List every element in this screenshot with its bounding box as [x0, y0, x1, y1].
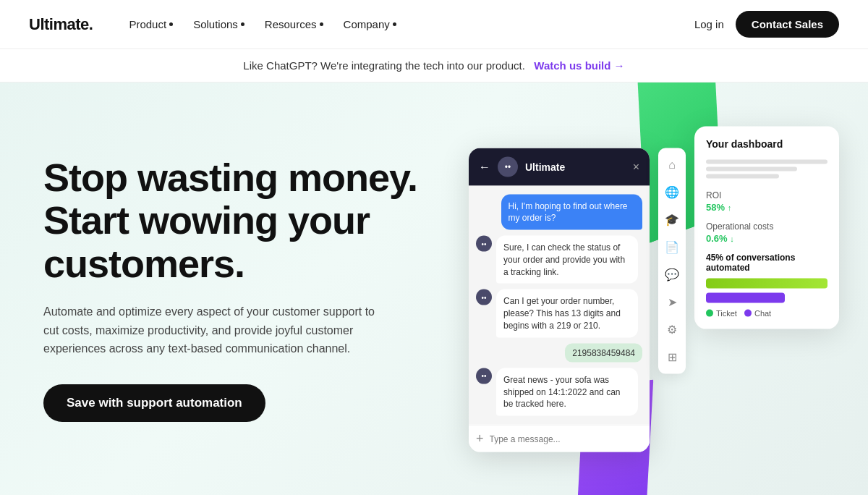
- chat-widget: ← •• Ultimate × Hi, I'm hoping to find o…: [469, 148, 650, 452]
- hero-illustration: ← •• Ultimate × Hi, I'm hoping to find o…: [469, 126, 839, 452]
- conversations-label: 45% of conversations automated: [706, 252, 827, 272]
- dashboard-placeholder-lines: [706, 159, 827, 178]
- home-icon[interactable]: ⌂: [664, 156, 680, 172]
- send-icon[interactable]: ➤: [664, 294, 680, 310]
- graduation-icon[interactable]: 🎓: [664, 211, 680, 227]
- legend-chat: Chat: [744, 308, 771, 317]
- document-icon[interactable]: 📄: [664, 239, 680, 255]
- hero-section: Stop wasting money. Start wowing your cu…: [0, 82, 868, 495]
- chat-icon[interactable]: 💬: [664, 266, 680, 282]
- nav-item-solutions[interactable]: Solutions: [186, 14, 252, 35]
- login-button[interactable]: Log in: [694, 18, 724, 30]
- costs-value: 0.6% ↓: [706, 232, 827, 243]
- nav-links: Product Solutions Resources Company: [122, 14, 665, 35]
- product-dot-icon: [169, 22, 173, 26]
- chat-message-bot-2: Can I get your order number, please? Thi…: [496, 289, 638, 337]
- chat-messages: Hi, I'm hoping to find out where my orde…: [469, 185, 650, 425]
- banner-text: Like ChatGPT? We're integrating the tech…: [243, 59, 524, 72]
- chat-header: ← •• Ultimate ×: [469, 148, 650, 185]
- dashboard-panel: Your dashboard ROI 58% ↑ Operational cos…: [694, 126, 839, 329]
- resources-dot-icon: [320, 22, 323, 26]
- chat-message-bot-3: Great news - your sofa was shipped on 14…: [496, 368, 638, 415]
- contact-sales-button[interactable]: Contact Sales: [736, 11, 839, 38]
- sidebar-icon-panel: ⌂ 🌐 🎓 📄 💬 ➤ ⚙ ⊞: [658, 148, 686, 373]
- chat-message-bot-1-row: •• Sure, I can check the status of your …: [476, 236, 642, 284]
- ticket-legend-label: Ticket: [716, 308, 737, 317]
- ticket-dot-icon: [706, 309, 713, 316]
- nav-item-product[interactable]: Product: [122, 14, 180, 35]
- chart-bars: [706, 278, 827, 302]
- dash-line-2: [706, 166, 797, 171]
- legend-ticket: Ticket: [706, 308, 737, 317]
- hero-content: Stop wasting money. Start wowing your cu…: [43, 156, 434, 422]
- settings-icon[interactable]: ⚙: [664, 321, 680, 337]
- chat-add-icon[interactable]: +: [476, 431, 484, 447]
- grid-icon[interactable]: ⊞: [664, 349, 680, 365]
- dash-line-1: [706, 159, 827, 164]
- dashboard-title: Your dashboard: [706, 138, 827, 149]
- navigation: Ultimate. Product Solutions Resources Co…: [0, 0, 868, 49]
- bot-avatar-2: ••: [476, 289, 492, 305]
- chart-bar-purple: [706, 292, 785, 302]
- roi-value: 58% ↑: [706, 201, 827, 212]
- announcement-banner: Like ChatGPT? We're integrating the tech…: [0, 49, 868, 82]
- chat-message-bot-1: Sure, I can check the status of your ord…: [496, 236, 638, 284]
- chat-close-icon[interactable]: ×: [633, 160, 639, 173]
- bot-avatar-1: ••: [476, 236, 492, 252]
- dash-line-3: [706, 174, 779, 178]
- company-dot-icon: [393, 22, 396, 26]
- nav-item-company[interactable]: Company: [336, 14, 404, 35]
- chat-message-user-1: Hi, I'm hoping to find out where my orde…: [501, 194, 643, 230]
- globe-icon[interactable]: 🌐: [664, 184, 680, 200]
- chat-brand-name: Ultimate: [525, 161, 626, 172]
- hero-headline: Stop wasting money. Start wowing your cu…: [43, 156, 434, 285]
- hero-cta-button[interactable]: Save with support automation: [43, 384, 265, 422]
- roi-label: ROI: [706, 190, 827, 200]
- logo: Ultimate.: [29, 15, 93, 34]
- roi-metric: ROI 58% ↑: [706, 190, 827, 212]
- costs-metric: Operational costs 0.6% ↓: [706, 221, 827, 243]
- chat-input[interactable]: [490, 433, 642, 444]
- bot-avatar-3: ••: [476, 368, 492, 384]
- chat-dot-icon: [744, 309, 752, 316]
- chat-message-bot-2-row: •• Can I get your order number, please? …: [476, 289, 642, 337]
- costs-label: Operational costs: [706, 221, 827, 231]
- solutions-dot-icon: [241, 22, 244, 26]
- chat-avatar: ••: [498, 156, 518, 177]
- chat-back-icon[interactable]: ←: [479, 160, 490, 173]
- chat-legend-label: Chat: [754, 308, 771, 317]
- chat-input-row[interactable]: +: [469, 425, 650, 452]
- order-number-message: 2195838459484: [565, 343, 642, 362]
- nav-item-resources[interactable]: Resources: [258, 14, 331, 35]
- chart-bar-green: [706, 278, 827, 288]
- chat-message-bot-3-row: •• Great news - your sofa was shipped on…: [476, 368, 642, 415]
- chart-legend: Ticket Chat: [706, 308, 827, 317]
- hero-subtext: Automate and optimize every aspect of yo…: [43, 302, 391, 358]
- watch-build-link[interactable]: Watch us build →: [534, 59, 624, 72]
- nav-actions: Log in Contact Sales: [694, 11, 839, 38]
